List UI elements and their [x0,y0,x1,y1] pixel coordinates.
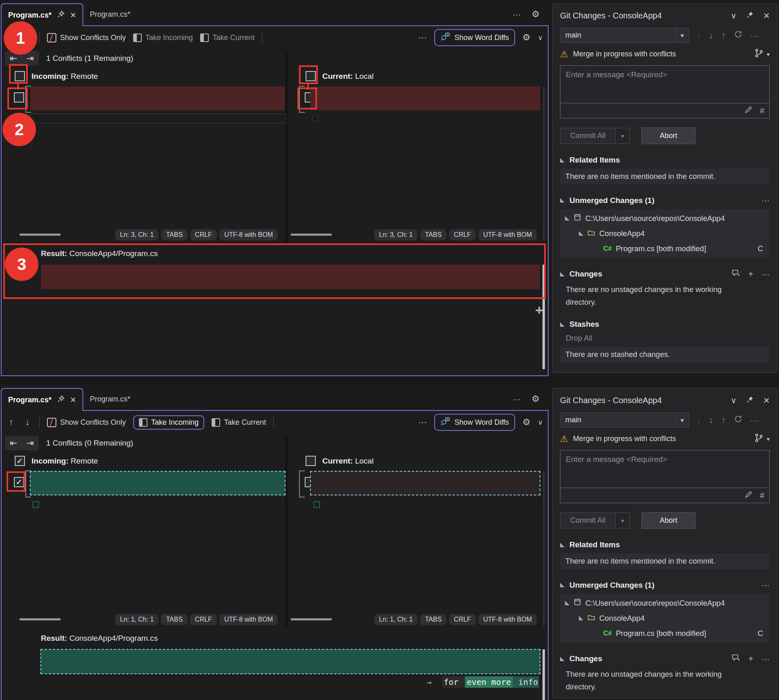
stashes-section-header[interactable]: Stashes [560,320,770,329]
encoding-indicator[interactable]: UTF-8 with BOM [219,614,278,625]
ai-commit-message-icon[interactable] [732,654,740,664]
push-icon[interactable]: ↑ [721,415,726,425]
more-actions-icon[interactable]: ··· [761,270,770,279]
repo-tree-row[interactable]: C:\Users\user\source\repos\ConsoleApp4 [560,595,770,611]
incoming-code-block[interactable]: // See https://aka.ms/new-console-templa… [30,87,285,110]
branch-graph-icon[interactable] [754,49,763,60]
chevron-down-icon[interactable]: ▾ [767,51,770,58]
result-code-block[interactable]: // See https://aka.ms/new-console-templa… [41,649,540,674]
show-word-diffs-button[interactable]: b Show Word Diffs [434,414,515,431]
more-actions-icon[interactable]: ··· [418,417,427,428]
ai-commit-message-icon[interactable] [732,269,740,279]
more-actions-icon[interactable]: ··· [761,580,770,590]
current-take-all-checkbox[interactable] [306,456,316,466]
more-actions-icon[interactable]: ··· [761,196,770,205]
previous-conflict-icon[interactable]: ↑ [7,417,16,427]
tabs-indicator[interactable]: TABS [420,229,446,241]
push-icon[interactable]: ↑ [721,31,726,40]
incoming-take-all-checkbox[interactable] [15,456,25,466]
show-conflicts-only-button[interactable]: Show Conflicts Only [47,33,126,42]
next-conflict-icon[interactable]: ↓ [23,33,32,42]
close-icon[interactable]: × [70,9,76,21]
chevron-down-icon[interactable]: ∨ [731,11,737,20]
pin-icon[interactable] [57,11,65,20]
tab-program-cs-inactive[interactable]: Program.cs* [83,388,137,410]
tab-program-cs-active[interactable]: Program.cs* × [1,388,83,411]
more-actions-icon[interactable]: ··· [750,31,759,40]
ai-message-icon[interactable] [745,106,752,116]
unmerged-changes-section-header[interactable]: Unmerged Changes (1) ··· [560,196,770,205]
pull-icon[interactable]: ↓ [709,31,714,40]
more-actions-icon[interactable]: ··· [513,395,521,404]
related-items-section-header[interactable]: Related Items [560,540,770,549]
line-ending-indicator[interactable]: CRLF [190,614,217,625]
pin-icon[interactable] [746,11,754,20]
vertical-scrollbar[interactable] [543,87,545,241]
last-conflict-icon[interactable]: ⇥ [26,438,33,448]
take-incoming-button[interactable]: Take Incoming [133,415,204,430]
issue-hash-icon[interactable]: # [760,106,764,116]
chevron-down-icon[interactable]: ∨ [538,33,543,42]
unmerged-changes-section-header[interactable]: Unmerged Changes (1) ··· [560,580,770,590]
related-items-section-header[interactable]: Related Items [560,156,770,165]
close-icon[interactable]: × [70,394,76,406]
chevron-down-icon[interactable]: ∨ [731,396,737,405]
current-take-all-checkbox[interactable] [306,71,316,81]
file-tree-row[interactable]: C# Program.cs [both modified] C [560,241,770,256]
tabs-indicator[interactable]: TABS [420,614,446,625]
more-actions-icon[interactable]: ··· [513,10,521,19]
current-code-block[interactable]: // See https://aka.ms/new-console-templa… [310,87,540,110]
first-conflict-icon[interactable]: ⇤ [10,53,17,64]
line-col-indicator[interactable]: Ln: 1, Ch: 1 [374,614,418,625]
show-word-diffs-button[interactable]: b Show Word Diffs [434,29,515,46]
refresh-icon[interactable] [734,30,742,40]
next-conflict-icon[interactable]: ↓ [23,417,32,427]
take-current-button[interactable]: Take Current [212,418,266,427]
incoming-code-block[interactable]: // See https://aka.ms/new-console-templa… [30,471,285,495]
settings-gear-icon[interactable]: ⚙ [522,32,531,43]
vertical-scrollbar[interactable] [543,471,545,626]
result-code-block[interactable]: // See https://aka.ms/new-console-templa… [41,265,540,289]
commit-all-button[interactable]: Commit All [560,128,616,144]
line-ending-indicator[interactable]: CRLF [449,229,476,241]
encoding-indicator[interactable]: UTF-8 with BOM [478,614,537,625]
take-incoming-button[interactable]: Take Incoming [133,33,193,42]
fetch-icon[interactable]: ↓ [696,31,701,40]
encoding-indicator[interactable]: UTF-8 with BOM [219,229,278,241]
project-tree-row[interactable]: ConsoleApp4 [560,226,770,241]
commit-all-button[interactable]: Commit All [560,513,616,528]
tab-program-cs-inactive[interactable]: Program.cs* [83,3,137,25]
settings-gear-icon[interactable]: ⚙ [531,9,540,20]
result-scrollbar-thumb[interactable] [542,649,545,700]
stage-all-plus-icon[interactable]: + [748,654,753,664]
drop-all-link[interactable]: Drop All [566,334,770,343]
line-col-indicator[interactable]: Ln: 3, Ch: 1 [115,229,159,241]
tab-program-cs-active[interactable]: Program.cs* × [1,3,83,26]
incoming-conflict-checkbox[interactable] [14,92,24,103]
tabs-indicator[interactable]: TABS [161,229,187,241]
more-actions-icon[interactable]: ··· [761,654,770,664]
take-current-button[interactable]: Take Current [200,33,254,42]
commit-message-input[interactable]: Enter a message <Required> # [560,65,770,118]
file-tree-row[interactable]: C# Program.cs [both modified] C [560,626,770,641]
branch-dropdown-caret-icon[interactable]: ▾ [675,413,689,427]
current-code-block[interactable]: // See https://aka.ms/new-console-templ … [310,471,540,495]
close-icon[interactable]: × [763,394,770,407]
incoming-take-all-checkbox[interactable] [15,71,25,81]
pull-icon[interactable]: ↓ [709,415,714,425]
issue-hash-icon[interactable]: # [760,491,764,500]
chevron-down-icon[interactable]: ▾ [767,436,770,442]
changes-section-header[interactable]: Changes + ··· [560,269,770,279]
pin-icon[interactable] [746,396,754,405]
close-icon[interactable]: × [763,9,770,22]
repo-tree-row[interactable]: C:\Users\user\source\repos\ConsoleApp4 [560,211,770,226]
branch-dropdown-caret-icon[interactable]: ▾ [675,28,689,42]
commit-message-input[interactable]: Enter a message <Required> # [560,450,770,503]
line-col-indicator[interactable]: Ln: 1, Ch: 1 [115,614,159,625]
commit-dropdown-caret-icon[interactable]: ▾ [616,128,630,144]
show-conflicts-only-button[interactable]: Show Conflicts Only [47,418,126,427]
previous-conflict-icon[interactable]: ↑ [7,33,16,42]
first-conflict-icon[interactable]: ⇤ [10,438,17,448]
changes-section-header[interactable]: Changes + ··· [560,654,770,664]
abort-button[interactable]: Abort [641,512,696,529]
